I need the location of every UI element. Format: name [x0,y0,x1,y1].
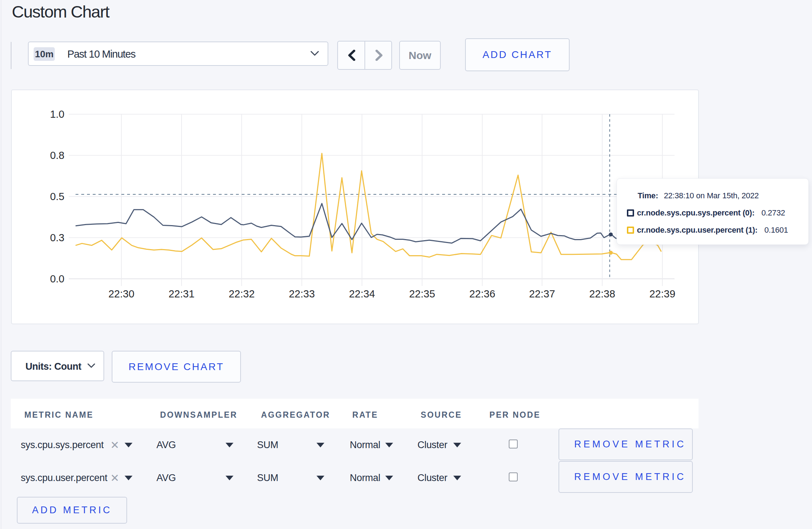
svg-text:22:38: 22:38 [589,288,615,300]
svg-text:1.0: 1.0 [50,108,64,120]
svg-text:0.8: 0.8 [50,150,64,161]
svg-text:22:33: 22:33 [289,288,315,300]
svg-text:22:32: 22:32 [229,288,255,300]
svg-text:22:34: 22:34 [349,288,375,300]
svg-text:0.5: 0.5 [50,191,64,202]
svg-text:22:37: 22:37 [529,288,555,300]
svg-text:22:30: 22:30 [108,288,135,300]
svg-text:22:39: 22:39 [649,288,676,300]
svg-text:0.3: 0.3 [50,232,64,243]
svg-text:22:35: 22:35 [409,288,435,300]
svg-text:0.0: 0.0 [50,273,64,285]
svg-text:22:31: 22:31 [169,288,195,300]
svg-text:22:36: 22:36 [469,288,496,300]
